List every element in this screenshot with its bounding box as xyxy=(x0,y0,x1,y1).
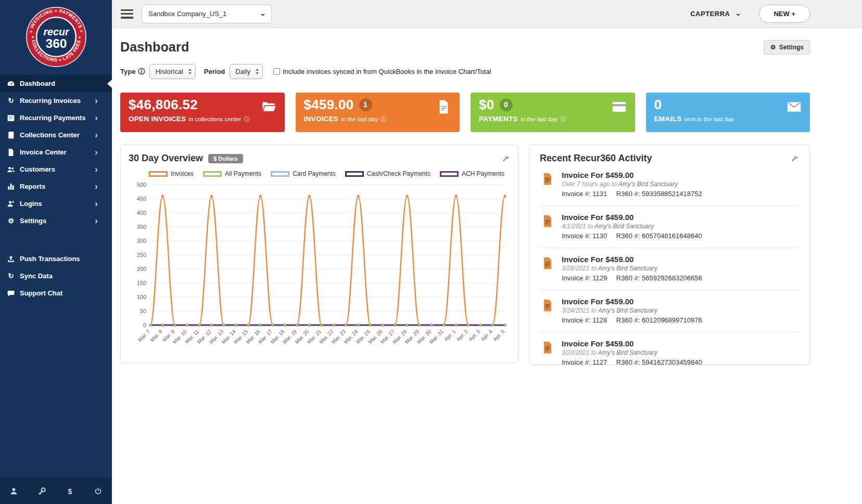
activity-meta: 4/1/2021 to Amy's Bird Sanctuary xyxy=(562,222,702,231)
sidebar-item-invoice-center[interactable]: Invoice Center › xyxy=(0,144,112,161)
sync-data-icon: ↻ xyxy=(7,272,15,280)
card-value: $0 0 xyxy=(479,97,627,112)
capterra-menu[interactable]: CAPTERRA xyxy=(690,10,740,18)
payments-card[interactable]: $0 0 PAYMENTS in the last day ⓘ xyxy=(471,93,635,132)
card-title: OPEN INVOICES xyxy=(129,115,186,123)
legend-swatch xyxy=(149,171,168,177)
user-icon[interactable] xyxy=(9,487,18,496)
gear-icon: ⚙ xyxy=(770,44,777,50)
sidebar-item-dashboard[interactable]: Dashboard xyxy=(0,75,112,92)
sidebar-tools: Push Transactions ↻ Sync Data Support Ch… xyxy=(0,250,112,302)
settings-button[interactable]: ⚙ Settings xyxy=(764,40,810,55)
invoice-number: Invoice #: 1130 xyxy=(562,232,607,240)
activity-meta: 3/28/2021 to Amy's Bird Sanctuary xyxy=(562,264,702,273)
chevron-right-icon: › xyxy=(92,217,100,225)
legend-item-cash-check-payments[interactable]: Cash/Check Payments xyxy=(345,170,430,177)
sidebar-item-settings[interactable]: ⚙ Settings › xyxy=(0,212,112,229)
legend-item-all-payments[interactable]: All Payments xyxy=(203,170,261,177)
sidebar-item-label: Recurring Invoices xyxy=(20,97,81,105)
activity-list-item[interactable]: Invoice For $459.00 Over 7 hours ago to … xyxy=(540,164,799,206)
svg-text:350: 350 xyxy=(137,224,146,230)
type-select[interactable]: Historical xyxy=(149,64,195,79)
legend-item-ach-payments[interactable]: ACH Payments xyxy=(440,170,504,177)
activity-customer: Amy's Bird Sanctuary xyxy=(618,180,678,188)
activity-list-item[interactable]: Invoice For $459.00 3/20/2021 to Amy's B… xyxy=(540,332,799,365)
activity-customer: Amy's Bird Sanctuary xyxy=(598,265,657,272)
svg-text:Apr. 2: Apr. 2 xyxy=(455,328,470,342)
activity-customer: Amy's Bird Sanctuary xyxy=(598,307,657,314)
chevron-right-icon: › xyxy=(92,148,100,157)
new-button[interactable]: NEW + xyxy=(759,5,810,23)
filter-row: Type ⓘ Historical Period Daily Include i… xyxy=(120,64,810,79)
svg-text:Apr. 1: Apr. 1 xyxy=(443,328,457,342)
sidebar-item-customers[interactable]: Customers › xyxy=(0,161,112,178)
sidebar-item-recurring-invoices[interactable]: ↻ Recurring Invoices › xyxy=(0,92,112,109)
activity-list-item[interactable]: Invoice For $459.00 3/24/2021 to Amy's B… xyxy=(540,290,799,332)
select-stepper-icon xyxy=(188,69,192,74)
file-icon xyxy=(436,99,451,114)
sidebar-footer: $ xyxy=(0,478,112,504)
sidebar-item-logins[interactable]: Logins › xyxy=(0,195,112,212)
chevron-right-icon: › xyxy=(92,97,100,105)
activity-meta: 3/20/2021 to Amy's Bird Sanctuary xyxy=(562,348,702,357)
topbar-right: CAPTERRA NEW + xyxy=(690,5,810,23)
chevron-right-icon: › xyxy=(92,131,100,139)
activity-time: 4/1/2021 to xyxy=(562,223,593,230)
activity-list-item[interactable]: Invoice For $459.00 4/1/2021 to Amy's Bi… xyxy=(540,206,799,248)
svg-text:500: 500 xyxy=(137,182,146,188)
type-label: Type ⓘ xyxy=(120,67,145,76)
key-icon[interactable] xyxy=(37,487,46,496)
info-icon: ⓘ xyxy=(560,115,566,123)
dollars-badge: $ Dollars xyxy=(208,154,243,163)
period-select[interactable]: Daily xyxy=(230,64,263,79)
sidebar-item-reports[interactable]: Reports › xyxy=(0,178,112,195)
dollar-icon[interactable]: $ xyxy=(66,487,74,496)
emails-card[interactable]: 0 EMAILS sent in the last day xyxy=(646,93,810,132)
svg-text:Mar. 7: Mar. 7 xyxy=(137,328,151,343)
sidebar-item-collections-center[interactable]: Collections Center › xyxy=(0,126,112,144)
legend-label: Card Payments xyxy=(293,170,336,177)
legend-item-card-payments[interactable]: Card Payments xyxy=(271,170,336,177)
sidebar-item-push-transactions[interactable]: Push Transactions xyxy=(0,250,112,267)
count-badge: 0 xyxy=(500,98,513,111)
legend-swatch xyxy=(271,171,289,177)
r360-number: R360 #: 5659292683206656 xyxy=(616,274,702,282)
sidebar-item-support-chat[interactable]: Support Chat xyxy=(0,285,112,302)
quickbooks-checkbox[interactable] xyxy=(273,68,280,75)
recent-activity-panel: Recent Recur360 Activity Invoice For $45… xyxy=(529,145,810,365)
activity-title: Invoice For $459.00 xyxy=(562,296,702,306)
sidebar-item-label: Invoice Center xyxy=(20,148,67,156)
panel-title: 30 Day Overview xyxy=(129,153,203,164)
power-icon[interactable] xyxy=(94,487,103,496)
period-label-text: Period xyxy=(204,68,225,75)
card-caption: INVOICES in the last day ⓘ xyxy=(304,115,452,123)
sidebar-item-recurring-payments[interactable]: Recurring Payments › xyxy=(0,109,112,126)
company-selector[interactable]: Sandbox Company_US_1 xyxy=(142,5,272,23)
sidebar-item-sync-data[interactable]: ↻ Sync Data xyxy=(0,267,112,285)
dashboard-icon xyxy=(7,80,15,88)
card-caption: OPEN INVOICES in collections center ⓘ xyxy=(129,115,276,123)
reports-icon xyxy=(7,183,15,191)
folder-open-icon xyxy=(261,99,276,114)
activity-title: Invoice For $459.00 xyxy=(562,212,702,222)
sidebar-nav: Dashboard ↻ Recurring Invoices › Recurri… xyxy=(0,75,112,229)
menu-toggle-icon[interactable] xyxy=(121,9,133,19)
chevron-right-icon: › xyxy=(92,114,100,122)
open-invoices-card[interactable]: $46,806.52 OPEN INVOICES in collections … xyxy=(120,93,285,132)
wrench-icon[interactable] xyxy=(502,154,510,163)
activity-time: 3/24/2021 to xyxy=(562,307,597,314)
sidebar-item-label: Reports xyxy=(20,183,45,190)
activity-meta: Over 7 hours ago to Amy's Bird Sanctuary xyxy=(562,180,702,189)
wrench-icon[interactable] xyxy=(791,154,799,163)
legend-item-invoices[interactable]: Invoices xyxy=(149,170,194,177)
legend-label: All Payments xyxy=(225,170,261,177)
activity-list-item[interactable]: Invoice For $459.00 3/28/2021 to Amy's B… xyxy=(540,248,799,290)
card-title: EMAILS xyxy=(654,115,682,123)
recur360-logo[interactable]: « INVOICING » PAYMENTS » « COLLECTIONS «… xyxy=(0,0,112,75)
push-transactions-icon xyxy=(7,255,15,263)
count-badge: 1 xyxy=(359,98,372,111)
invoices-card[interactable]: $459.00 1 INVOICES in the last day ⓘ xyxy=(296,93,460,132)
invoice-number: Invoice #: 1128 xyxy=(562,316,607,324)
page-title: Dashboard xyxy=(120,40,189,55)
collections-center-icon xyxy=(7,131,15,139)
